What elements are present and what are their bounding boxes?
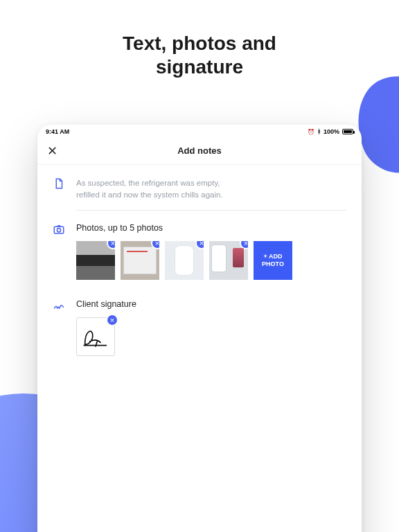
signature-label: Client signature [76,299,346,309]
status-bar: 9:41 AM ⏰ ᚼ 100% [37,125,362,137]
note-line2: refilled it and now the system chills ag… [76,189,346,201]
photo-thumb[interactable]: × [121,241,159,280]
page-title: Add notes [177,145,222,156]
note-row: As suspected, the refrigerant was empty,… [53,177,346,200]
signature-row: Client signature × [53,299,346,356]
camera-icon [53,223,66,280]
delete-photo-button[interactable]: × [107,241,115,249]
signature-glyph [81,324,110,349]
photos-row: Photos, up to 5 photos × × × × + [53,223,346,280]
headline-line2: signature [156,56,243,78]
delete-signature-button[interactable]: × [106,314,118,326]
marketing-headline: Text, photos and signature [0,32,399,78]
device-frame: 9:41 AM ⏰ ᚼ 100% ✕ Add notes As suspecte… [37,125,362,532]
photo-thumb[interactable]: × [165,241,204,280]
document-icon [53,177,66,200]
delete-photo-button[interactable]: × [240,241,248,249]
signature-thumb[interactable]: × [76,317,115,356]
divider [76,210,346,211]
signature-icon [53,299,66,356]
battery-percent: 100% [323,128,339,135]
nav-bar: ✕ Add notes [37,137,362,165]
photo-thumb[interactable]: × [209,241,248,280]
photos-label: Photos, up to 5 photos [76,223,346,233]
note-body[interactable]: As suspected, the refrigerant was empty,… [76,177,346,200]
content-area: As suspected, the refrigerant was empty,… [37,165,362,532]
close-button[interactable]: ✕ [47,145,57,157]
svg-rect-0 [54,227,64,234]
delete-photo-button[interactable]: × [195,241,204,249]
headline-line1: Text, photos and [123,33,276,54]
photo-strip: × × × × + ADD PHOTO [76,241,346,280]
status-right: ⏰ ᚼ 100% [308,128,353,135]
battery-icon [342,129,353,134]
status-time: 9:41 AM [46,128,69,135]
bluetooth-icon: ᚼ [317,128,321,135]
svg-point-1 [57,229,60,232]
add-photo-button[interactable]: + ADD PHOTO [254,241,292,280]
note-line1: As suspected, the refrigerant was empty, [76,179,220,187]
add-photo-label: + ADD PHOTO [256,253,290,269]
delete-photo-button[interactable]: × [151,241,159,249]
alarm-icon: ⏰ [308,129,314,135]
photo-thumb[interactable]: × [76,241,115,280]
